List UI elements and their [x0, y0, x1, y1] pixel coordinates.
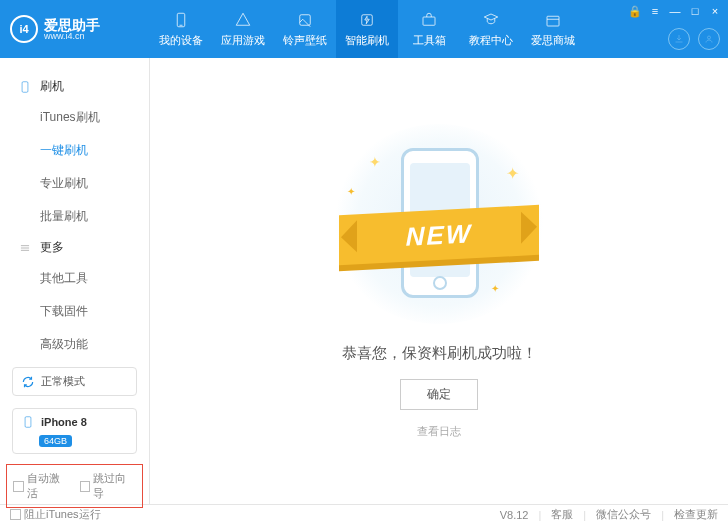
- star-icon: ✦: [369, 154, 381, 170]
- window-controls: 🔒 ≡ — □ ×: [628, 4, 722, 18]
- apps-icon: [234, 11, 252, 29]
- checkbox-icon: [10, 509, 21, 520]
- view-log-link[interactable]: 查看日志: [417, 424, 461, 439]
- user-icon[interactable]: [698, 28, 720, 50]
- update-link[interactable]: 检查更新: [674, 507, 718, 522]
- check-skip-wizard[interactable]: 跳过向导: [80, 471, 137, 501]
- sidebar-item-itunes[interactable]: iTunes刷机: [0, 101, 149, 134]
- bottom-options: 自动激活 跳过向导: [6, 464, 143, 508]
- svg-rect-2: [300, 14, 311, 25]
- menu-icon[interactable]: ≡: [648, 4, 662, 18]
- sidebar: 刷机 iTunes刷机 一键刷机 专业刷机 批量刷机 更多 其他工具 下载固件 …: [0, 58, 150, 504]
- menu-icon: [18, 241, 32, 255]
- sidebar-item-onekey[interactable]: 一键刷机: [0, 134, 149, 167]
- nav-tutorial[interactable]: 教程中心: [460, 0, 522, 58]
- sidebar-group-flash: 刷机: [0, 72, 149, 101]
- svg-point-7: [708, 36, 711, 39]
- svg-rect-5: [547, 16, 559, 26]
- main-pane: ✦ ✦ ✦ ✦ NEW 恭喜您，保资料刷机成功啦！ 确定 查看日志: [150, 58, 728, 504]
- svg-rect-12: [25, 417, 31, 428]
- logo: i4 爱思助手 www.i4.cn: [0, 15, 150, 43]
- wechat-link[interactable]: 微信公众号: [596, 507, 651, 522]
- tutorial-icon: [482, 11, 500, 29]
- device-name: iPhone 8: [41, 416, 87, 428]
- sidebar-item-firmware[interactable]: 下载固件: [0, 295, 149, 328]
- app-header: i4 爱思助手 www.i4.cn 我的设备 应用游戏 铃声壁纸 智能刷机 工具…: [0, 0, 728, 58]
- checkbox-icon: [13, 481, 24, 492]
- support-link[interactable]: 客服: [551, 507, 573, 522]
- star-icon: ✦: [506, 164, 519, 183]
- nav-flash[interactable]: 智能刷机: [336, 0, 398, 58]
- download-icon[interactable]: [668, 28, 690, 50]
- sidebar-item-advanced[interactable]: 高级功能: [0, 328, 149, 361]
- check-auto-activate[interactable]: 自动激活: [13, 471, 70, 501]
- svg-rect-8: [22, 81, 28, 92]
- maximize-button[interactable]: □: [688, 4, 702, 18]
- flash-icon: [358, 11, 376, 29]
- sidebar-item-pro[interactable]: 专业刷机: [0, 167, 149, 200]
- lock-icon[interactable]: 🔒: [628, 4, 642, 18]
- success-illustration: ✦ ✦ ✦ ✦ NEW: [329, 124, 549, 324]
- close-button[interactable]: ×: [708, 4, 722, 18]
- nav-ringtone[interactable]: 铃声壁纸: [274, 0, 336, 58]
- nav-toolbox[interactable]: 工具箱: [398, 0, 460, 58]
- nav-apps[interactable]: 应用游戏: [212, 0, 274, 58]
- new-ribbon: NEW: [339, 204, 539, 264]
- wallpaper-icon: [296, 11, 314, 29]
- toolbox-icon: [420, 11, 438, 29]
- header-right: [668, 28, 720, 50]
- device-info[interactable]: iPhone 8 64GB: [12, 408, 137, 454]
- refresh-icon: [21, 375, 35, 389]
- mode-indicator[interactable]: 正常模式: [12, 367, 137, 396]
- sidebar-item-other[interactable]: 其他工具: [0, 262, 149, 295]
- ok-button[interactable]: 确定: [400, 379, 478, 410]
- sidebar-item-batch[interactable]: 批量刷机: [0, 200, 149, 233]
- phone-icon: [172, 11, 190, 29]
- body: 刷机 iTunes刷机 一键刷机 专业刷机 批量刷机 更多 其他工具 下载固件 …: [0, 58, 728, 504]
- nav-device[interactable]: 我的设备: [150, 0, 212, 58]
- brand-url: www.i4.cn: [44, 32, 100, 41]
- version-label: V8.12: [500, 509, 529, 521]
- logo-icon: i4: [10, 15, 38, 43]
- star-icon: ✦: [347, 186, 355, 197]
- svg-rect-0: [177, 13, 185, 27]
- mall-icon: [544, 11, 562, 29]
- sidebar-group-more: 更多: [0, 233, 149, 262]
- check-stop-itunes[interactable]: 阻止iTunes运行: [10, 507, 101, 522]
- brand-name: 爱思助手: [44, 18, 100, 32]
- phone-icon: [18, 80, 32, 94]
- nav-mall[interactable]: 爱思商城: [522, 0, 584, 58]
- storage-badge: 64GB: [39, 435, 72, 447]
- star-icon: ✦: [491, 283, 499, 294]
- checkbox-icon: [80, 481, 91, 492]
- minimize-button[interactable]: —: [668, 4, 682, 18]
- phone-icon: [21, 415, 35, 429]
- success-message: 恭喜您，保资料刷机成功啦！: [342, 344, 537, 363]
- svg-rect-4: [423, 17, 435, 25]
